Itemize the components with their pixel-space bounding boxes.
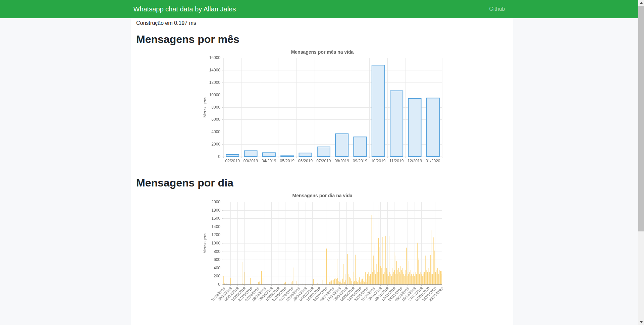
- navbar: Whatsapp chat data by Allan Jales Github: [0, 0, 638, 18]
- daily-messages-bar-chart: [202, 192, 444, 317]
- page-container: Construção em 0.197 ms Mensagens por mês…: [131, 18, 513, 325]
- section-heading-daily: Mensagens por dia: [136, 176, 508, 189]
- monthly-messages-bar-chart: [202, 48, 444, 169]
- scrollbar-down-button[interactable]: [638, 319, 644, 325]
- vertical-scrollbar[interactable]: [638, 0, 644, 325]
- navbar-container: Whatsapp chat data by Allan Jales Github: [128, 0, 511, 18]
- build-time-text: Construção em 0.197 ms: [136, 18, 508, 26]
- scroll-up-icon: [640, 2, 643, 4]
- scroll-down-icon: [640, 321, 643, 323]
- scrollbar-thumb[interactable]: [638, 6, 644, 231]
- navbar-brand[interactable]: Whatsapp chat data by Allan Jales: [133, 5, 236, 13]
- github-link[interactable]: Github: [489, 6, 505, 12]
- main-content: Construção em 0.197 ms Mensagens por mês…: [0, 18, 644, 325]
- section-heading-monthly: Mensagens por mês: [136, 33, 508, 46]
- scrollbar-up-button[interactable]: [638, 0, 644, 6]
